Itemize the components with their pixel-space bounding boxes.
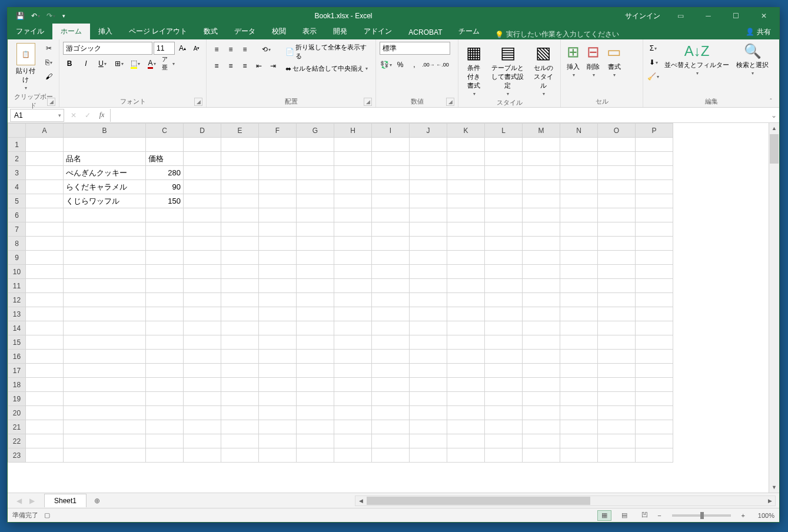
cell-A2[interactable]	[26, 152, 64, 166]
row-header-1[interactable]: 1	[8, 138, 26, 152]
cell-M13[interactable]	[523, 307, 560, 321]
view-normal-icon[interactable]: ▦	[597, 510, 611, 521]
cell-E2[interactable]	[221, 152, 259, 166]
cell-G23[interactable]	[297, 448, 334, 463]
cell-G10[interactable]	[297, 265, 334, 279]
cell-A14[interactable]	[26, 321, 64, 335]
cell-F20[interactable]	[259, 406, 297, 420]
name-box[interactable]: A1	[10, 109, 64, 122]
cell-G16[interactable]	[297, 350, 334, 364]
redo-icon[interactable]: ↷▾	[44, 9, 57, 22]
cell-N15[interactable]	[560, 335, 598, 350]
cell-D16[interactable]	[184, 350, 221, 364]
cell-G15[interactable]	[297, 335, 334, 350]
row-header-10[interactable]: 10	[8, 265, 26, 279]
cell-K15[interactable]	[447, 335, 485, 350]
cell-N11[interactable]	[560, 279, 598, 293]
cell-G8[interactable]	[297, 237, 334, 251]
cell-F9[interactable]	[259, 251, 297, 265]
cell-C14[interactable]	[146, 321, 184, 335]
cell-O3[interactable]	[598, 166, 636, 180]
col-header-F[interactable]: F	[259, 124, 297, 138]
cell-H6[interactable]	[334, 208, 372, 222]
cell-C5[interactable]: 150	[146, 194, 184, 208]
cell-O2[interactable]	[598, 152, 636, 166]
cell-G11[interactable]	[297, 279, 334, 293]
cell-D21[interactable]	[184, 420, 221, 434]
cell-E3[interactable]	[221, 166, 259, 180]
macro-recorder-icon[interactable]: ▢	[44, 511, 50, 519]
cell-H1[interactable]	[334, 138, 372, 152]
cell-K7[interactable]	[447, 222, 485, 237]
cell-A13[interactable]	[26, 307, 64, 321]
fx-icon[interactable]: fx	[95, 109, 109, 122]
cell-G9[interactable]	[297, 251, 334, 265]
cell-C12[interactable]	[146, 293, 184, 307]
cell-P17[interactable]	[636, 364, 673, 378]
cell-N20[interactable]	[560, 406, 598, 420]
cell-M6[interactable]	[523, 208, 560, 222]
tab-挿入[interactable]: 挿入	[90, 24, 121, 39]
cell-H9[interactable]	[334, 251, 372, 265]
cell-N2[interactable]	[560, 152, 598, 166]
col-header-D[interactable]: D	[184, 124, 221, 138]
cell-N21[interactable]	[560, 420, 598, 434]
cell-F4[interactable]	[259, 180, 297, 194]
cell-G19[interactable]	[297, 392, 334, 406]
cell-H11[interactable]	[334, 279, 372, 293]
cell-O18[interactable]	[598, 378, 636, 392]
cell-B23[interactable]	[64, 448, 146, 463]
indent-inc-icon[interactable]: ⇥	[267, 59, 280, 72]
cell-H8[interactable]	[334, 237, 372, 251]
cell-E9[interactable]	[221, 251, 259, 265]
cell-O22[interactable]	[598, 434, 636, 448]
cell-O21[interactable]	[598, 420, 636, 434]
cell-A3[interactable]	[26, 166, 64, 180]
cell-E21[interactable]	[221, 420, 259, 434]
cell-K17[interactable]	[447, 364, 485, 378]
cell-M10[interactable]	[523, 265, 560, 279]
format-cells-button[interactable]: ▭書式▾	[604, 42, 624, 79]
cell-A5[interactable]	[26, 194, 64, 208]
cell-G14[interactable]	[297, 321, 334, 335]
cell-I23[interactable]	[372, 448, 410, 463]
cell-B14[interactable]	[64, 321, 146, 335]
cell-P19[interactable]	[636, 392, 673, 406]
cell-I4[interactable]	[372, 180, 410, 194]
cell-N1[interactable]	[560, 138, 598, 152]
font-launcher[interactable]: ◢	[194, 98, 202, 106]
cell-N5[interactable]	[560, 194, 598, 208]
cell-H17[interactable]	[334, 364, 372, 378]
cell-I16[interactable]	[372, 350, 410, 364]
cell-L2[interactable]	[485, 152, 523, 166]
cell-L8[interactable]	[485, 237, 523, 251]
cell-P1[interactable]	[636, 138, 673, 152]
cell-I2[interactable]	[372, 152, 410, 166]
cell-J7[interactable]	[410, 222, 447, 237]
cell-P13[interactable]	[636, 307, 673, 321]
cell-K3[interactable]	[447, 166, 485, 180]
cell-F11[interactable]	[259, 279, 297, 293]
cell-G5[interactable]	[297, 194, 334, 208]
share-button[interactable]: 👤 共有	[737, 24, 779, 39]
cell-G4[interactable]	[297, 180, 334, 194]
col-header-I[interactable]: I	[372, 124, 410, 138]
cell-J5[interactable]	[410, 194, 447, 208]
cell-K9[interactable]	[447, 251, 485, 265]
cell-J18[interactable]	[410, 378, 447, 392]
signin-link[interactable]: サインイン	[619, 11, 666, 21]
comma-icon[interactable]: ,	[408, 58, 421, 71]
sheet-nav-next-icon[interactable]: ▶	[26, 496, 37, 506]
cell-G2[interactable]	[297, 152, 334, 166]
scroll-left-icon[interactable]: ◀	[355, 498, 366, 504]
zoom-level[interactable]: 100%	[751, 512, 774, 519]
cell-F16[interactable]	[259, 350, 297, 364]
cell-E1[interactable]	[221, 138, 259, 152]
cell-E13[interactable]	[221, 307, 259, 321]
cell-M16[interactable]	[523, 350, 560, 364]
copy-icon[interactable]: ⎘▾	[42, 56, 55, 69]
cell-B19[interactable]	[64, 392, 146, 406]
cell-A22[interactable]	[26, 434, 64, 448]
fill-icon[interactable]: ⬇▾	[647, 56, 660, 69]
cell-D22[interactable]	[184, 434, 221, 448]
